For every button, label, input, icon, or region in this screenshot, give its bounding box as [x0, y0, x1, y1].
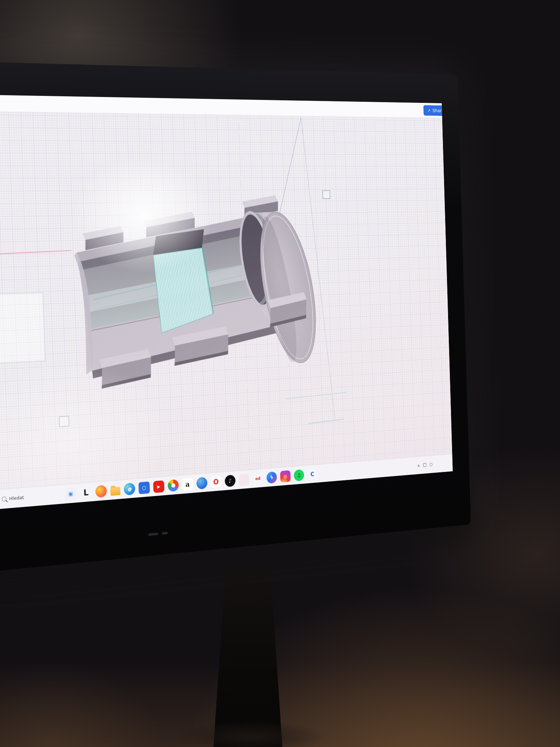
opera-icon: O: [213, 477, 219, 486]
search-label: Hledat: [9, 495, 24, 501]
photos-icon: ▣: [68, 490, 73, 497]
screen: ↗ Share Hledat ▣ L e ▢ ▶: [0, 95, 453, 509]
share-button[interactable]: ↗ Share: [423, 105, 448, 116]
tray-status-icon[interactable]: [429, 463, 432, 466]
taskbar-icon-instagram[interactable]: ◎: [280, 470, 291, 483]
taskbar-icon-app-l[interactable]: L: [80, 486, 92, 499]
tray-chevron-icon[interactable]: ∧: [417, 463, 420, 468]
tiktok-icon: ♪: [229, 477, 232, 484]
photo-of-monitor: ↗ Share Hledat ▣ L e ▢ ▶: [0, 0, 560, 747]
taskbar-icon-media-app[interactable]: ▢: [139, 481, 150, 494]
model-cylinder[interactable]: [234, 207, 326, 371]
share-button-label: Share: [432, 108, 444, 113]
search-icon: [2, 496, 7, 502]
taskbar-icon-messenger[interactable]: ϟ: [266, 471, 277, 484]
taskbar-icon-spotify[interactable]: ♫: [293, 469, 304, 481]
taskbar-icon-photos[interactable]: ▣: [65, 487, 77, 500]
ed-app-icon: ed: [255, 476, 260, 481]
media-app-icon: ▢: [142, 485, 146, 490]
taskbar-icon-amazon[interactable]: a: [182, 478, 193, 491]
amazon-icon: a: [185, 480, 190, 489]
taskbar-icon-youtube[interactable]: ▶: [153, 480, 164, 493]
taskbar-icon-clipchamp[interactable]: C: [307, 468, 318, 480]
taskbar-search[interactable]: Hledat: [2, 495, 24, 502]
app-l-icon: L: [83, 488, 89, 497]
taskbar-icon-tiktok[interactable]: ♪: [225, 475, 236, 487]
taskbar-icon-chrome[interactable]: [167, 479, 179, 492]
monitor-brand-label: [148, 532, 168, 536]
taskbar-icon-firefox[interactable]: [95, 485, 107, 498]
share-icon: ↗: [427, 108, 431, 113]
youtube-icon: ▶: [157, 484, 160, 489]
taskbar-icon-opera[interactable]: O: [210, 476, 221, 488]
monitor: ↗ Share Hledat ▣ L e ▢ ▶: [0, 62, 471, 572]
monitor-stand: [213, 564, 283, 747]
taskbar-icon-edge[interactable]: e: [124, 483, 135, 495]
taskbar-icon-pale-app[interactable]: [238, 473, 249, 486]
tray-network-icon[interactable]: [423, 463, 427, 467]
taskbar-icon-blue-app[interactable]: [196, 477, 207, 489]
clipchamp-icon: C: [310, 471, 314, 477]
instagram-icon: ◎: [283, 473, 287, 479]
edge-icon: e: [127, 485, 131, 492]
taskbar-icon-ed-app[interactable]: ed: [252, 472, 263, 485]
taskbar-icon-file-explorer[interactable]: [110, 487, 120, 496]
3d-model-svg[interactable]: [0, 95, 453, 509]
messenger-icon: ϟ: [270, 474, 273, 481]
system-tray: ∧: [417, 462, 433, 468]
spotify-icon: ♫: [297, 472, 301, 478]
monitor-stand-base: [171, 720, 328, 747]
